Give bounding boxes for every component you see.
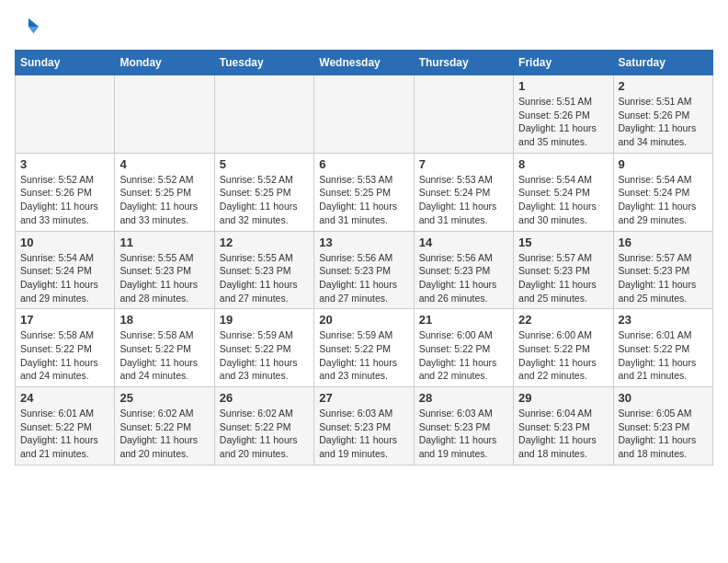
calendar-cell: 21Sunrise: 6:00 AM Sunset: 5:22 PM Dayli… <box>414 309 513 387</box>
calendar-cell: 29Sunrise: 6:04 AM Sunset: 5:23 PM Dayli… <box>514 387 613 465</box>
calendar-cell: 2Sunrise: 5:51 AM Sunset: 5:26 PM Daylig… <box>613 75 712 154</box>
day-info: Sunrise: 6:00 AM Sunset: 5:22 PM Dayligh… <box>518 328 608 383</box>
calendar-cell: 24Sunrise: 6:01 AM Sunset: 5:22 PM Dayli… <box>16 387 115 465</box>
calendar-cell: 20Sunrise: 5:59 AM Sunset: 5:22 PM Dayli… <box>314 309 414 387</box>
calendar-cell: 26Sunrise: 6:02 AM Sunset: 5:22 PM Dayli… <box>214 387 313 465</box>
calendar-cell: 23Sunrise: 6:01 AM Sunset: 5:22 PM Dayli… <box>613 309 712 387</box>
day-number: 11 <box>119 236 209 249</box>
day-info: Sunrise: 5:56 AM Sunset: 5:23 PM Dayligh… <box>319 251 408 305</box>
day-info: Sunrise: 5:51 AM Sunset: 5:26 PM Dayligh… <box>619 95 708 149</box>
day-info: Sunrise: 6:00 AM Sunset: 5:22 PM Dayligh… <box>419 328 508 383</box>
calendar-cell <box>214 75 313 154</box>
day-number: 8 <box>518 157 608 171</box>
calendar-week-row: 1Sunrise: 5:51 AM Sunset: 5:26 PM Daylig… <box>16 75 713 154</box>
weekday-header-row: SundayMondayTuesdayWednesdayThursdayFrid… <box>16 51 713 75</box>
logo <box>15 15 44 40</box>
day-info: Sunrise: 5:52 AM Sunset: 5:25 PM Dayligh… <box>220 173 309 227</box>
day-info: Sunrise: 5:54 AM Sunset: 5:24 PM Dayligh… <box>619 173 708 227</box>
calendar-cell: 27Sunrise: 6:03 AM Sunset: 5:23 PM Dayli… <box>314 387 414 465</box>
logo-icon <box>15 15 40 40</box>
calendar-cell: 8Sunrise: 5:54 AM Sunset: 5:24 PM Daylig… <box>514 153 613 231</box>
day-info: Sunrise: 5:55 AM Sunset: 5:23 PM Dayligh… <box>119 251 209 305</box>
weekday-header-tuesday: Tuesday <box>214 51 313 75</box>
calendar-cell: 14Sunrise: 5:56 AM Sunset: 5:23 PM Dayli… <box>414 231 513 309</box>
day-info: Sunrise: 5:57 AM Sunset: 5:23 PM Dayligh… <box>619 251 708 305</box>
day-number: 1 <box>518 79 608 93</box>
calendar-cell <box>115 75 214 154</box>
day-info: Sunrise: 6:03 AM Sunset: 5:23 PM Dayligh… <box>319 407 408 461</box>
day-number: 10 <box>20 236 109 249</box>
day-number: 30 <box>619 391 708 405</box>
day-number: 21 <box>419 313 508 327</box>
calendar-cell: 9Sunrise: 5:54 AM Sunset: 5:24 PM Daylig… <box>613 153 712 231</box>
day-number: 28 <box>419 391 508 405</box>
calendar-cell: 18Sunrise: 5:58 AM Sunset: 5:22 PM Dayli… <box>115 309 214 387</box>
calendar-cell <box>314 75 414 154</box>
day-info: Sunrise: 5:58 AM Sunset: 5:22 PM Dayligh… <box>20 328 109 383</box>
day-number: 27 <box>319 391 408 405</box>
weekday-header-friday: Friday <box>514 51 613 75</box>
weekday-header-saturday: Saturday <box>613 51 712 75</box>
weekday-header-wednesday: Wednesday <box>314 51 414 75</box>
day-info: Sunrise: 5:53 AM Sunset: 5:24 PM Dayligh… <box>419 173 508 227</box>
calendar-cell: 28Sunrise: 6:03 AM Sunset: 5:23 PM Dayli… <box>414 387 513 465</box>
day-info: Sunrise: 6:02 AM Sunset: 5:22 PM Dayligh… <box>119 407 209 461</box>
day-number: 9 <box>619 157 708 171</box>
page-header <box>15 15 713 40</box>
day-info: Sunrise: 5:54 AM Sunset: 5:24 PM Dayligh… <box>518 173 608 227</box>
day-number: 4 <box>119 157 209 171</box>
day-number: 7 <box>419 157 508 171</box>
calendar-cell: 15Sunrise: 5:57 AM Sunset: 5:23 PM Dayli… <box>514 231 613 309</box>
day-info: Sunrise: 6:04 AM Sunset: 5:23 PM Dayligh… <box>518 407 608 461</box>
calendar-week-row: 10Sunrise: 5:54 AM Sunset: 5:24 PM Dayli… <box>16 231 713 309</box>
day-number: 18 <box>119 313 209 327</box>
calendar-cell: 30Sunrise: 6:05 AM Sunset: 5:23 PM Dayli… <box>613 387 712 465</box>
day-info: Sunrise: 5:57 AM Sunset: 5:23 PM Dayligh… <box>518 251 608 305</box>
calendar-cell: 1Sunrise: 5:51 AM Sunset: 5:26 PM Daylig… <box>514 75 613 154</box>
day-number: 24 <box>20 391 109 405</box>
day-number: 19 <box>220 313 309 327</box>
calendar-cell: 11Sunrise: 5:55 AM Sunset: 5:23 PM Dayli… <box>115 231 214 309</box>
calendar-week-row: 3Sunrise: 5:52 AM Sunset: 5:26 PM Daylig… <box>16 153 713 231</box>
day-info: Sunrise: 6:01 AM Sunset: 5:22 PM Dayligh… <box>20 407 109 461</box>
calendar-cell: 16Sunrise: 5:57 AM Sunset: 5:23 PM Dayli… <box>613 231 712 309</box>
day-info: Sunrise: 6:01 AM Sunset: 5:22 PM Dayligh… <box>619 328 708 383</box>
calendar-cell: 7Sunrise: 5:53 AM Sunset: 5:24 PM Daylig… <box>414 153 513 231</box>
calendar-table: SundayMondayTuesdayWednesdayThursdayFrid… <box>15 50 713 465</box>
day-number: 26 <box>220 391 309 405</box>
calendar-cell: 5Sunrise: 5:52 AM Sunset: 5:25 PM Daylig… <box>214 153 313 231</box>
day-number: 17 <box>20 313 109 327</box>
calendar-cell: 13Sunrise: 5:56 AM Sunset: 5:23 PM Dayli… <box>314 231 414 309</box>
calendar-cell: 6Sunrise: 5:53 AM Sunset: 5:25 PM Daylig… <box>314 153 414 231</box>
day-info: Sunrise: 5:59 AM Sunset: 5:22 PM Dayligh… <box>220 328 309 383</box>
calendar-cell: 22Sunrise: 6:00 AM Sunset: 5:22 PM Dayli… <box>514 309 613 387</box>
day-number: 15 <box>518 236 608 249</box>
calendar-cell: 12Sunrise: 5:55 AM Sunset: 5:23 PM Dayli… <box>214 231 313 309</box>
day-info: Sunrise: 5:58 AM Sunset: 5:22 PM Dayligh… <box>119 328 209 383</box>
day-info: Sunrise: 5:55 AM Sunset: 5:23 PM Dayligh… <box>220 251 309 305</box>
calendar-cell: 25Sunrise: 6:02 AM Sunset: 5:22 PM Dayli… <box>115 387 214 465</box>
day-info: Sunrise: 5:51 AM Sunset: 5:26 PM Dayligh… <box>518 95 608 149</box>
calendar-cell: 4Sunrise: 5:52 AM Sunset: 5:25 PM Daylig… <box>115 153 214 231</box>
day-info: Sunrise: 6:03 AM Sunset: 5:23 PM Dayligh… <box>419 407 508 461</box>
day-number: 6 <box>319 157 408 171</box>
day-info: Sunrise: 6:05 AM Sunset: 5:23 PM Dayligh… <box>619 407 708 461</box>
day-number: 2 <box>619 79 708 93</box>
day-info: Sunrise: 5:52 AM Sunset: 5:25 PM Dayligh… <box>119 173 209 227</box>
weekday-header-sunday: Sunday <box>16 51 115 75</box>
day-number: 25 <box>119 391 209 405</box>
calendar-week-row: 17Sunrise: 5:58 AM Sunset: 5:22 PM Dayli… <box>16 309 713 387</box>
calendar-cell: 19Sunrise: 5:59 AM Sunset: 5:22 PM Dayli… <box>214 309 313 387</box>
day-number: 29 <box>518 391 608 405</box>
day-number: 13 <box>319 236 408 249</box>
day-info: Sunrise: 5:52 AM Sunset: 5:26 PM Dayligh… <box>20 173 109 227</box>
day-info: Sunrise: 5:53 AM Sunset: 5:25 PM Dayligh… <box>319 173 408 227</box>
day-number: 22 <box>518 313 608 327</box>
calendar-week-row: 24Sunrise: 6:01 AM Sunset: 5:22 PM Dayli… <box>16 387 713 465</box>
day-number: 23 <box>619 313 708 327</box>
day-info: Sunrise: 6:02 AM Sunset: 5:22 PM Dayligh… <box>220 407 309 461</box>
calendar-cell: 17Sunrise: 5:58 AM Sunset: 5:22 PM Dayli… <box>16 309 115 387</box>
day-number: 14 <box>419 236 508 249</box>
day-number: 12 <box>220 236 309 249</box>
day-info: Sunrise: 5:56 AM Sunset: 5:23 PM Dayligh… <box>419 251 508 305</box>
